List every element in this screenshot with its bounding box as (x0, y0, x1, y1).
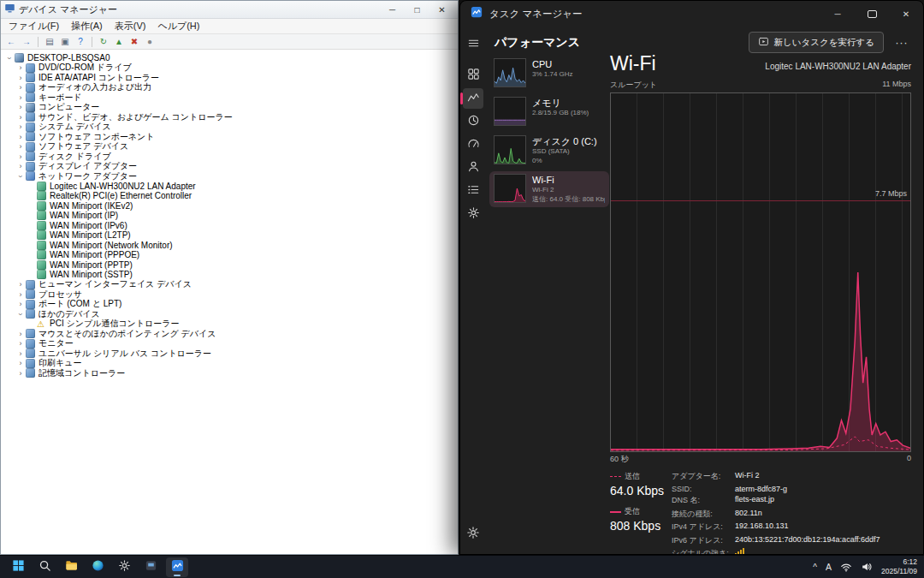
users-nav-item[interactable] (463, 158, 483, 178)
run-task-label: 新しいタスクを実行する (774, 37, 874, 49)
back-icon[interactable]: ← (4, 35, 18, 48)
scan-hardware-icon[interactable]: ↻ (97, 35, 110, 48)
app-history-nav-item[interactable] (463, 111, 483, 132)
help-icon[interactable]: ? (74, 35, 87, 48)
menu-item-表示(V)[interactable]: 表示(V) (109, 19, 152, 33)
taskbar: ^ A 6:12 2025/11/09 (0, 555, 924, 578)
app-history-icon (467, 114, 480, 130)
tree-item[interactable]: WAN Miniport (IP) (3, 211, 458, 221)
startup-apps-icon (467, 137, 480, 153)
tree-item-label: Logitec LAN-WH300NU2 LAN Adapter (50, 182, 196, 191)
collapse-arrow-icon[interactable]: › (16, 172, 25, 181)
device-manager-window: デバイス マネージャー ─ □ ✕ ファイル(F)操作(A)表示(V)ヘルプ(H… (0, 0, 459, 555)
date-text: 2025/11/09 (881, 567, 917, 576)
tree-item[interactable]: WAN Miniport (PPPOE) (3, 250, 458, 260)
card-text: CPU3% 1.74 GHz (532, 58, 573, 89)
expand-arrow-icon[interactable]: › (16, 300, 25, 308)
expand-arrow-icon[interactable]: › (16, 74, 25, 82)
ports-icon (26, 300, 35, 309)
navigation-rail (460, 27, 486, 554)
expand-arrow-icon[interactable]: › (16, 113, 25, 122)
menu-nav-item[interactable] (463, 34, 483, 55)
network-adapter-icon (37, 221, 46, 230)
maximize-button[interactable]: □ (405, 2, 429, 18)
tree-item[interactable]: WAN Miniport (L2TP) (3, 230, 458, 241)
expand-arrow-icon[interactable]: › (16, 349, 25, 358)
tree-item[interactable]: WAN Miniport (IKEv2) (3, 201, 458, 212)
processor-icon (26, 289, 35, 299)
expand-arrow-icon[interactable]: › (16, 369, 25, 378)
tree-item[interactable]: WAN Miniport (IPv6) (3, 221, 458, 231)
file-explorer-button[interactable] (60, 557, 82, 577)
settings-nav-item[interactable] (463, 524, 483, 545)
minimize-button[interactable]: ─ (820, 1, 855, 27)
expand-arrow-icon[interactable]: › (16, 63, 25, 72)
detail-value: 240b:13:5221:7d00:db12:194a:acaff:6ddf7 (735, 535, 880, 546)
tree-item[interactable]: ›記憶域コントローラー (3, 368, 458, 378)
expand-arrow-icon[interactable]: › (16, 290, 25, 299)
tree-item[interactable]: Logitec LAN-WH300NU2 LAN Adapter (3, 182, 458, 192)
close-button[interactable]: ✕ (429, 2, 454, 18)
menu-item-ヘルプ(H)[interactable]: ヘルプ(H) (151, 19, 205, 33)
device-manager-titlebar[interactable]: デバイス マネージャー ─ □ ✕ (1, 1, 458, 19)
start-button[interactable] (7, 557, 29, 577)
update-driver-icon[interactable]: ▲ (112, 35, 126, 48)
expand-arrow-icon[interactable]: › (16, 133, 25, 141)
expand-arrow-icon[interactable]: › (16, 339, 25, 348)
run-new-task-button[interactable]: 新しいタスクを実行する (749, 32, 884, 53)
close-button[interactable]: ✕ (889, 1, 923, 27)
tree-item[interactable]: WAN Miniport (Network Monitor) (3, 241, 458, 251)
ime-indicator[interactable]: A (826, 562, 832, 572)
startup-apps-nav-item[interactable] (463, 134, 483, 155)
maximize-button[interactable] (855, 1, 889, 27)
expand-arrow-icon[interactable]: › (16, 280, 25, 289)
time-axis-right: 0 (907, 454, 911, 465)
expand-arrow-icon[interactable]: › (16, 359, 25, 367)
disable-icon[interactable]: ● (143, 35, 157, 48)
search-button[interactable] (33, 557, 56, 577)
tree-item[interactable]: Realtek(R) PCI(e) Ethernet Controller (3, 191, 458, 201)
settings-button[interactable] (113, 557, 135, 577)
minimize-button[interactable]: ─ (380, 2, 405, 18)
expand-arrow-icon[interactable]: › (16, 152, 25, 161)
performance-nav-item[interactable] (463, 88, 483, 109)
task-manager-titlebar[interactable]: タスク マネージャー ─ ✕ (460, 1, 923, 27)
expand-arrow-icon[interactable]: › (16, 93, 25, 102)
volume-icon[interactable] (861, 561, 873, 573)
card-text: メモリ2.8/15.9 GB (18%) (532, 97, 589, 128)
expand-arrow-icon[interactable]: › (16, 162, 25, 170)
uninstall-icon[interactable]: ✖ (127, 35, 141, 48)
expand-arrow-icon[interactable]: › (16, 103, 25, 111)
details-nav-item[interactable] (463, 181, 483, 201)
performance-card-memory[interactable]: メモリ2.8/15.9 GB (18%) (489, 94, 609, 130)
adapter-details: アダプター名:Wi-Fi 2SSID:aterm-8dfc87-gDNS 名:f… (672, 471, 880, 555)
console-tree-icon[interactable]: ▤ (43, 35, 56, 48)
expand-arrow-icon[interactable]: › (16, 83, 25, 92)
clock[interactable]: 6:12 2025/11/09 (881, 557, 917, 576)
receive-value: 808 Kbps (610, 519, 672, 533)
print-queue-icon (26, 359, 35, 368)
services-nav-item[interactable] (463, 204, 483, 224)
adapter-name: Logitec LAN-WH300NU2 LAN Adapter (765, 62, 911, 75)
tree-item[interactable]: WAN Miniport (PPTP) (3, 260, 458, 271)
expand-arrow-icon[interactable]: › (16, 122, 25, 131)
more-options-button[interactable]: ··· (891, 37, 913, 49)
collapse-arrow-icon[interactable]: › (5, 54, 14, 63)
task-manager-button[interactable] (166, 557, 188, 577)
processes-nav-item[interactable] (463, 65, 483, 86)
tray-overflow-chevron-icon[interactable]: ^ (813, 563, 817, 572)
collapse-arrow-icon[interactable]: › (16, 310, 25, 319)
performance-card-disk[interactable]: ディスク 0 (C:)SSD (SATA)0% (489, 133, 609, 169)
menu-item-操作(A)[interactable]: 操作(A) (65, 19, 109, 33)
wifi-icon[interactable] (840, 561, 852, 573)
menu-item-ファイル(F)[interactable]: ファイル(F) (3, 19, 65, 33)
forward-icon[interactable]: → (20, 35, 33, 48)
expand-arrow-icon[interactable]: › (16, 330, 25, 338)
properties-icon[interactable]: ▣ (58, 35, 72, 48)
expand-arrow-icon[interactable]: › (16, 142, 25, 151)
edge-button[interactable] (86, 557, 109, 577)
performance-card-wifi[interactable]: Wi-FiWi-Fi 2送信: 64.0 受信: 808 Kbp (489, 171, 609, 207)
app-button[interactable] (139, 557, 162, 577)
performance-card-cpu[interactable]: CPU3% 1.74 GHz (489, 56, 609, 92)
tree-item[interactable]: ›ネットワーク アダプター (3, 171, 458, 182)
